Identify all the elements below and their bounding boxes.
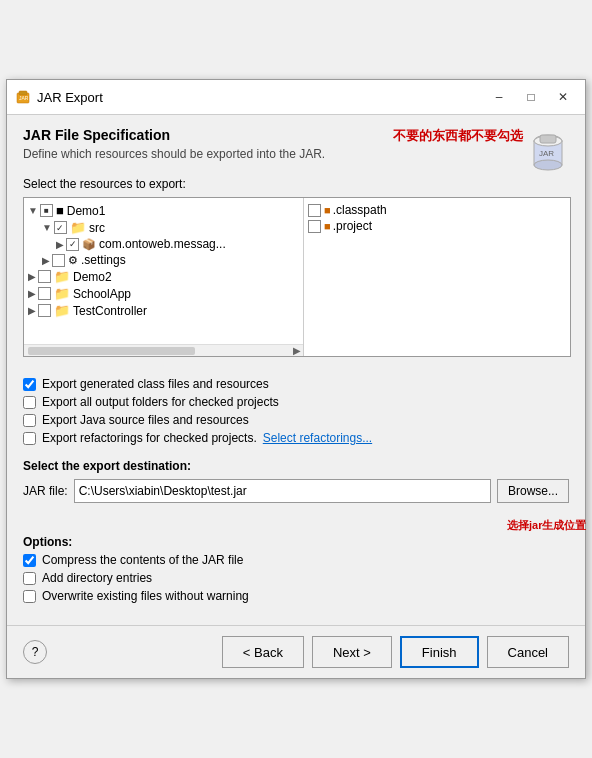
check-row-opt1: Export generated class files and resourc… (23, 377, 569, 391)
list-item[interactable]: ▼ ■ Demo1 (26, 202, 301, 219)
add-dir-row: Add directory entries (23, 571, 569, 585)
tree-item-label: TestController (73, 304, 147, 318)
list-item[interactable]: ■ .project (306, 218, 568, 234)
jar-export-window: JAR JAR Export – □ ✕ JAR File Specificat… (6, 79, 586, 679)
svg-text:JAR: JAR (19, 95, 29, 101)
export-refactor-label[interactable]: Export refactorings for checked projects… (42, 431, 257, 445)
back-button[interactable]: < Back (222, 636, 304, 668)
list-item[interactable]: ■ .classpath (306, 202, 568, 218)
package-icon: 📦 (82, 238, 96, 251)
overwrite-row: Overwrite existing files without warning (23, 589, 569, 603)
tree-checkbox[interactable] (40, 204, 53, 217)
main-content: JAR File Specification Define which reso… (7, 115, 585, 625)
finish-button[interactable]: Finish (400, 636, 479, 668)
jar-file-row: JAR file: Browse... 选择jar生成位置 (23, 479, 569, 503)
tree-checkbox[interactable] (52, 254, 65, 267)
select-refactorings-link[interactable]: Select refactorings... (263, 431, 372, 445)
tree-item-label: .project (333, 219, 372, 233)
trees-container: ▼ ■ Demo1 ▼ 📁 src (23, 197, 571, 357)
svg-point-5 (534, 160, 562, 170)
tree-checkbox[interactable] (308, 220, 321, 233)
tree-checkbox[interactable] (38, 287, 51, 300)
expand-icon[interactable]: ▶ (56, 239, 64, 250)
add-directory-label[interactable]: Add directory entries (42, 571, 152, 585)
compress-row: Compress the contents of the JAR file (23, 553, 569, 567)
export-classes-label[interactable]: Export generated class files and resourc… (42, 377, 269, 391)
jar-file-label: JAR file: (23, 484, 68, 498)
next-button[interactable]: Next > (312, 636, 392, 668)
settings-icon: ⚙ (68, 254, 78, 267)
expand-icon[interactable]: ▶ (28, 288, 36, 299)
check-row-opt4: Export refactorings for checked projects… (23, 431, 569, 445)
trees-wrapper: ▼ ■ Demo1 ▼ 📁 src (23, 197, 571, 367)
expand-icon[interactable]: ▼ (28, 205, 38, 216)
tree-section-label: Select the resources to export: (23, 177, 569, 191)
cancel-button[interactable]: Cancel (487, 636, 569, 668)
list-item[interactable]: ▶ 📁 TestController (26, 302, 301, 319)
tree-checkbox[interactable] (308, 204, 321, 217)
overwrite-label[interactable]: Overwrite existing files without warning (42, 589, 249, 603)
folder-icon: 📁 (54, 286, 70, 301)
page-description: Define which resources should be exporte… (23, 147, 325, 161)
header-right: 不要的东西都不要勾选 JAR (393, 127, 569, 173)
header-block: JAR File Specification Define which reso… (23, 127, 325, 173)
titlebar-left: JAR JAR Export (15, 89, 103, 105)
check-row-opt2: Export all output folders for checked pr… (23, 395, 569, 409)
expand-icon[interactable]: ▶ (28, 271, 36, 282)
expand-icon[interactable]: ▼ (42, 222, 52, 233)
list-item[interactable]: ▼ 📁 src (26, 219, 301, 236)
expand-icon[interactable]: ▶ (42, 255, 50, 266)
list-item[interactable]: ▶ 📁 Demo2 (26, 268, 301, 285)
tree-checkbox[interactable] (38, 270, 51, 283)
tree-item-label: SchoolApp (73, 287, 131, 301)
file-icon: ■ (324, 204, 331, 216)
check-row-opt3: Export Java source files and resources (23, 413, 569, 427)
nav-buttons: < Back Next > Finish Cancel (222, 636, 569, 668)
horizontal-scrollbar[interactable]: ▶ (24, 344, 303, 356)
tree-item-label: com.ontoweb.messag... (99, 237, 226, 251)
options-section: Options: Compress the contents of the JA… (23, 535, 569, 603)
src-icon: 📁 (70, 220, 86, 235)
export-classes-checkbox[interactable] (23, 378, 36, 391)
titlebar: JAR JAR Export – □ ✕ (7, 80, 585, 115)
tree-checkbox[interactable] (66, 238, 79, 251)
tree-checkbox[interactable] (38, 304, 51, 317)
tree-item-label: Demo2 (73, 270, 112, 284)
jar-path-input[interactable] (74, 479, 491, 503)
export-output-checkbox[interactable] (23, 396, 36, 409)
file-icon: ■ (324, 220, 331, 232)
compress-label[interactable]: Compress the contents of the JAR file (42, 553, 243, 567)
svg-rect-7 (540, 135, 556, 143)
left-tree[interactable]: ▼ ■ Demo1 ▼ 📁 src (24, 198, 304, 356)
page-title: JAR File Specification (23, 127, 325, 143)
folder-icon: 📁 (54, 269, 70, 284)
tree-item-label: Demo1 (67, 204, 106, 218)
options-label: Options: (23, 535, 569, 549)
right-tree[interactable]: ■ .classpath ■ .project (304, 198, 570, 356)
overwrite-checkbox[interactable] (23, 590, 36, 603)
folder-icon: 📁 (54, 303, 70, 318)
tree-checkbox[interactable] (54, 221, 67, 234)
svg-text:JAR: JAR (539, 149, 554, 158)
compress-checkbox[interactable] (23, 554, 36, 567)
export-options-section: Export generated class files and resourc… (23, 377, 569, 445)
list-item[interactable]: ▶ ⚙ .settings (26, 252, 301, 268)
add-directory-checkbox[interactable] (23, 572, 36, 585)
export-source-checkbox[interactable] (23, 414, 36, 427)
help-button[interactable]: ? (23, 640, 47, 664)
export-output-label[interactable]: Export all output folders for checked pr… (42, 395, 279, 409)
window-title: JAR Export (37, 90, 103, 105)
scroll-right-arrow[interactable]: ▶ (293, 345, 303, 356)
browse-button[interactable]: Browse... (497, 479, 569, 503)
destination-section: Select the export destination: JAR file:… (23, 459, 569, 503)
list-item[interactable]: ▶ 📁 SchoolApp (26, 285, 301, 302)
minimize-button[interactable]: – (485, 86, 513, 108)
export-refactor-checkbox[interactable] (23, 432, 36, 445)
close-button[interactable]: ✕ (549, 86, 577, 108)
maximize-button[interactable]: □ (517, 86, 545, 108)
export-source-label[interactable]: Export Java source files and resources (42, 413, 249, 427)
expand-icon[interactable]: ▶ (28, 305, 36, 316)
folder-icon: ■ (56, 203, 64, 218)
titlebar-controls: – □ ✕ (485, 86, 577, 108)
list-item[interactable]: ▶ 📦 com.ontoweb.messag... (26, 236, 301, 252)
